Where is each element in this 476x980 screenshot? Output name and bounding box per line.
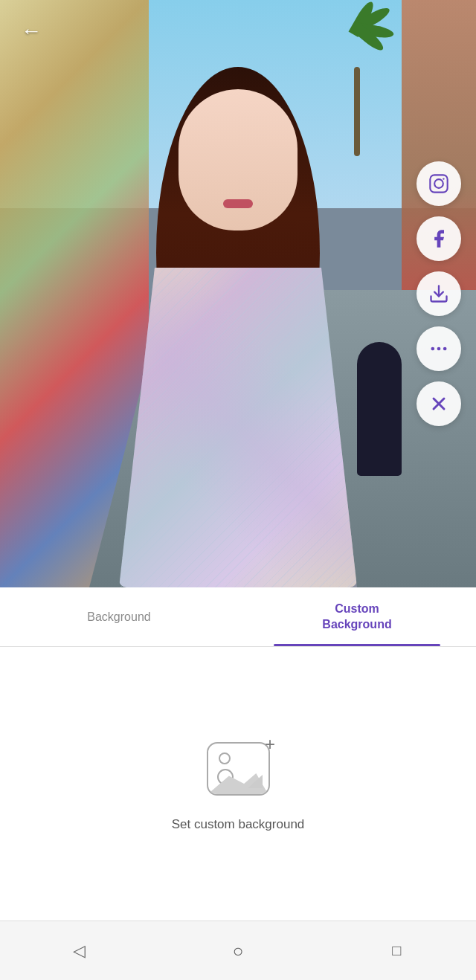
download-button[interactable] <box>416 271 461 316</box>
set-custom-background-label: Set custom background <box>172 817 305 832</box>
subject-face <box>178 89 298 231</box>
bottom-nav-bar: ◁ ○ □ <box>0 921 476 980</box>
close-button[interactable] <box>416 381 461 426</box>
subject-dress <box>119 268 357 587</box>
svg-point-4 <box>431 347 435 351</box>
nav-recents-button[interactable]: □ <box>374 936 419 966</box>
photo-area: ← <box>0 0 476 587</box>
background-person <box>357 342 402 476</box>
nav-recents-icon: □ <box>392 942 401 959</box>
image-placeholder-icon <box>207 742 270 796</box>
tab-background-label: Background <box>87 610 150 624</box>
back-button[interactable]: ← <box>15 15 48 48</box>
plus-icon: + <box>265 735 275 753</box>
tab-background[interactable]: Background <box>0 587 238 646</box>
svg-point-5 <box>437 347 441 351</box>
facebook-button[interactable] <box>416 216 461 261</box>
nav-back-button[interactable]: ◁ <box>57 936 102 966</box>
add-custom-bg-icon-container[interactable]: + <box>201 735 275 802</box>
action-buttons-panel <box>416 161 461 426</box>
tab-bar: Background CustomBackground <box>0 587 476 647</box>
nav-home-button[interactable]: ○ <box>216 936 260 966</box>
svg-point-2 <box>443 178 444 179</box>
svg-rect-0 <box>430 175 447 192</box>
tab-custom-background-label: CustomBackground <box>322 602 391 633</box>
instagram-button[interactable] <box>416 161 461 206</box>
content-area: + Set custom background <box>0 647 476 921</box>
back-icon: ← <box>21 19 42 43</box>
tab-custom-background[interactable]: CustomBackground <box>238 587 476 646</box>
nav-back-icon: ◁ <box>73 941 86 961</box>
nav-home-icon: ○ <box>233 941 244 961</box>
palm-tree <box>335 22 379 156</box>
more-options-button[interactable] <box>416 326 461 371</box>
svg-point-1 <box>434 179 443 188</box>
svg-point-6 <box>443 347 447 351</box>
